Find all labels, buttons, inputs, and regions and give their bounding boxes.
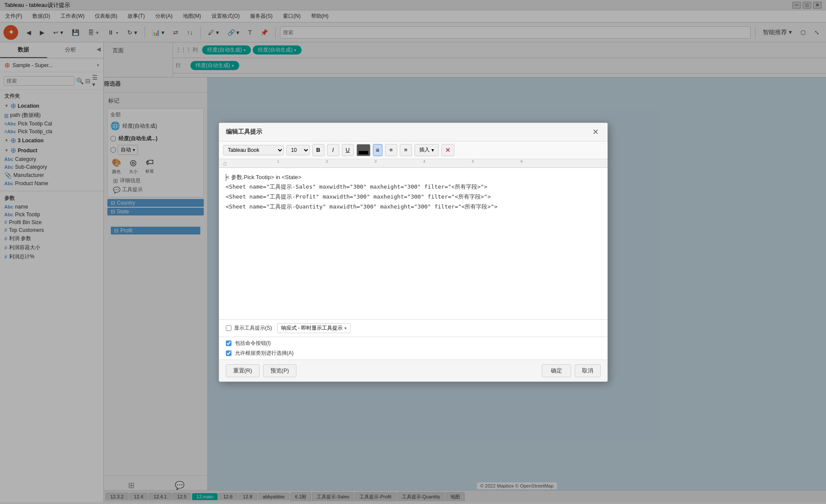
allow-select-checkbox[interactable] bbox=[226, 350, 231, 356]
ok-button[interactable]: 确定 bbox=[542, 364, 571, 377]
modal-footer-right: 确定 取消 bbox=[542, 364, 601, 377]
show-tooltip-text: 显示工具提示(S) bbox=[234, 324, 272, 332]
size-select[interactable]: 10 bbox=[286, 145, 310, 155]
ruler-mark-3: 3 bbox=[375, 159, 377, 164]
include-commands-label[interactable]: 包括命令按钮(I) bbox=[226, 340, 601, 347]
allow-select-label[interactable]: 允许根据类别进行选择(A) bbox=[226, 350, 601, 357]
preview-button[interactable]: 预览(P) bbox=[263, 364, 296, 377]
insert-label: 插入 bbox=[419, 146, 430, 154]
modal-ruler: ⌂ 1 2 3 4 5 6 bbox=[219, 159, 607, 168]
tooltip-mode-arrow: ▾ bbox=[344, 326, 347, 331]
modal-editor[interactable]: < 参数.Pick Tootip> in <State> <Sheet name… bbox=[219, 168, 607, 320]
editor-line-1: <Sheet name="工具提示-Sales" maxwidth="300" … bbox=[226, 183, 601, 192]
ruler-mark-5: 5 bbox=[472, 159, 474, 164]
insert-button[interactable]: 插入 ▾ bbox=[415, 144, 439, 156]
tooltip-editor[interactable]: < 参数.Pick Tootip> in <State> <Sheet name… bbox=[219, 168, 607, 254]
font-select[interactable]: Tableau Book bbox=[223, 145, 284, 155]
align-right-button[interactable]: ≡ bbox=[400, 144, 412, 156]
modal-footer: 重置(R) 预览(P) 确定 取消 bbox=[219, 360, 607, 382]
ruler-track: 1 2 3 4 5 6 bbox=[228, 159, 603, 167]
modal-overlay: 编辑工具提示 ✕ Tableau Book 10 B I U ≡ ≡ ≡ 插入 bbox=[0, 0, 826, 504]
edit-tooltip-modal: 编辑工具提示 ✕ Tableau Book 10 B I U ≡ ≡ ≡ 插入 bbox=[219, 122, 608, 382]
modal-footer-left: 重置(R) 预览(P) bbox=[226, 364, 296, 377]
include-commands-text: 包括命令按钮(I) bbox=[235, 340, 271, 347]
allow-select-text: 允许根据类别进行选择(A) bbox=[235, 350, 294, 357]
align-center-button[interactable]: ≡ bbox=[385, 144, 397, 156]
cancel-button[interactable]: 取消 bbox=[575, 364, 601, 377]
include-commands-checkbox[interactable] bbox=[226, 340, 231, 346]
color-picker[interactable] bbox=[357, 144, 370, 156]
clear-button[interactable]: ✕ bbox=[441, 144, 454, 156]
align-left-button[interactable]: ≡ bbox=[373, 144, 382, 156]
reset-button[interactable]: 重置(R) bbox=[226, 364, 260, 377]
modal-close-button[interactable]: ✕ bbox=[591, 127, 601, 137]
ruler-mark-6: 6 bbox=[521, 159, 523, 164]
editor-line-3: <Sheet name="工具提示-Quantity" maxwidth="30… bbox=[226, 202, 601, 212]
show-tooltip-label[interactable]: 显示工具提示(S) bbox=[226, 324, 272, 332]
color-swatch[interactable] bbox=[357, 144, 370, 156]
bold-button[interactable]: B bbox=[312, 144, 325, 156]
tooltip-mode-text: 响应式 - 即时显示工具提示 bbox=[281, 324, 343, 332]
modal-header: 编辑工具提示 ✕ bbox=[219, 123, 607, 141]
show-tooltip-checkbox[interactable] bbox=[226, 325, 231, 331]
underline-button[interactable]: U bbox=[342, 144, 354, 156]
ruler-mark-4: 4 bbox=[423, 159, 425, 164]
modal-toolbar: Tableau Book 10 B I U ≡ ≡ ≡ 插入 ▾ ✕ bbox=[219, 141, 607, 159]
editor-line-2: <Sheet name="工具提示-Profit" maxwidth="300"… bbox=[226, 193, 601, 202]
ruler-mark-1: 1 bbox=[277, 159, 279, 164]
ruler-home-icon: ⌂ bbox=[223, 160, 227, 167]
ruler-mark-2: 2 bbox=[326, 159, 328, 164]
color-swatch-bar bbox=[359, 151, 368, 154]
editor-cursor-line: < 参数.Pick Tootip> in <State> bbox=[226, 172, 601, 183]
modal-title: 编辑工具提示 bbox=[226, 128, 262, 136]
editor-line-0: < 参数.Pick Tootip> in <State> bbox=[226, 173, 302, 182]
modal-tooltip-options: 显示工具提示(S) 响应式 - 即时显示工具提示 ▾ bbox=[219, 320, 607, 337]
modal-checkboxes: 包括命令按钮(I) 允许根据类别进行选择(A) bbox=[219, 337, 607, 360]
insert-arrow-icon: ▾ bbox=[431, 147, 434, 153]
italic-button[interactable]: I bbox=[327, 144, 339, 156]
tooltip-mode-dropdown[interactable]: 响应式 - 即时显示工具提示 ▾ bbox=[277, 323, 351, 333]
